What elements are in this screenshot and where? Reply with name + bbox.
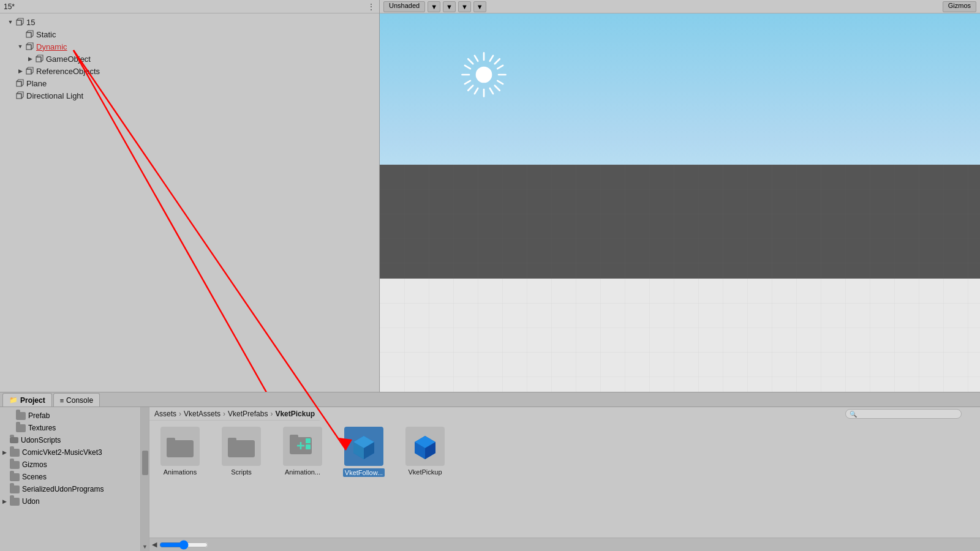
scene-dropdown-2[interactable]: ▼ [443,1,456,12]
breadcrumb-vketprefabs[interactable]: VketPrefabs [228,410,268,418]
scene-dropdown-3[interactable]: ▼ [458,1,471,12]
cube-icon-gameobject [34,54,44,64]
svg-rect-52 [306,444,311,449]
asset-icon-animation-ctrl [283,427,322,466]
project-slider-left[interactable]: ◀ [152,541,157,549]
vket-follow-icon [349,431,379,462]
sidebar-scroll-handle[interactable] [142,451,148,475]
tree-item-static[interactable]: Static [0,28,379,40]
tree-item-root15[interactable]: 15 [0,16,379,28]
tree-arrow-gameobject[interactable] [26,54,34,63]
svg-line-35 [475,56,478,61]
scene-dropdown-1[interactable]: ▼ [428,1,440,12]
tree-arrow-dynamic[interactable] [16,42,24,51]
svg-rect-44 [167,438,175,443]
svg-line-38 [475,88,478,94]
tree-item-directionallight[interactable]: Directional Light [0,89,379,102]
sidebar-item-textures[interactable]: Textures [0,422,140,434]
svg-rect-18 [17,94,21,99]
grid-dark [380,165,980,297]
folder-label-prefab: Prefab [28,411,50,420]
svg-line-33 [465,66,470,69]
asset-vket-pickup[interactable]: VketPickup [401,427,450,476]
project-size-slider[interactable] [159,540,208,550]
hierarchy-tree: 15 Static Dynamic [0,13,379,104]
svg-rect-48 [290,435,298,440]
tree-item-referenceobjects[interactable]: ReferenceObjects [0,65,379,77]
search-icon: 🔍 [850,411,857,418]
sidebar-item-udonscripts[interactable]: UdonScripts [0,434,140,446]
vket-pickup-icon [410,431,440,462]
cube-icon-plane [15,78,24,88]
scene-view-canvas[interactable] [380,13,980,392]
breadcrumb-sep-1: › [179,410,181,418]
shading-button[interactable]: Unshaded [383,1,425,12]
folder-icon-serialized [10,485,20,493]
svg-rect-6 [26,45,31,50]
sidebar-item-udon[interactable]: Udon [0,495,140,508]
sidebar-item-prefab[interactable]: Prefab [0,410,140,422]
folder-arrow-comicvket[interactable] [2,449,10,455]
folder-icon-scripts-large [228,435,255,457]
svg-rect-51 [306,438,311,443]
hierarchy-menu-button[interactable]: ⋮ [367,2,375,12]
sidebar-item-scenes[interactable]: Scenes [0,471,140,483]
asset-animation-ctrl[interactable]: Animation... [278,427,327,476]
tree-label-root15: 15 [26,18,35,27]
animation-ctrl-icon [287,431,318,462]
tree-item-dynamic[interactable]: Dynamic [0,40,379,53]
sidebar-item-gizmos[interactable]: Gizmos [0,459,140,471]
cube-icon-referenceobjects [24,66,34,76]
svg-line-36 [490,88,493,94]
project-tab-icon: 📁 [9,396,18,404]
tree-item-plane[interactable]: Plane [0,77,379,89]
sidebar-item-comicvket[interactable]: ComicVket2-MusicVket3 [0,446,140,459]
tree-label-dynamic: Dynamic [36,42,67,51]
asset-scripts[interactable]: Scripts [217,427,266,476]
folder-icon-comicvket [10,449,20,457]
project-bottom-row: ◀ [149,538,980,551]
svg-rect-24 [380,279,980,392]
folder-label-comicvket: ComicVket2-MusicVket3 [22,448,102,457]
svg-line-29 [468,59,473,64]
asset-label-animation-ctrl: Animation... [285,468,320,476]
folder-icon-textures [16,424,26,432]
sidebar-item-serialized[interactable]: SerializedUdonPrograms [0,483,140,495]
svg-line-37 [490,56,493,61]
folder-label-scenes: Scenes [22,473,47,481]
asset-icon-scripts [222,427,261,466]
asset-label-scripts: Scripts [231,468,252,476]
folder-arrow-udon[interactable] [2,498,10,504]
tree-label-gameobject: GameObject [46,54,91,64]
asset-label-animations: Animations [164,468,197,476]
svg-line-39 [497,66,503,69]
folder-icon-scenes [10,473,20,481]
sidebar-scroll-down[interactable]: ▼ [141,542,149,551]
svg-rect-46 [228,438,236,443]
console-tab-label: Console [66,396,93,405]
svg-line-32 [468,86,473,91]
sidebar-scrollbar[interactable]: ▼ [141,407,149,551]
svg-line-30 [495,86,500,91]
svg-line-31 [495,59,500,64]
tab-project[interactable]: 📁 Project [2,393,52,407]
tab-console[interactable]: ≡ Console [53,393,100,407]
grid-light [380,279,980,392]
tree-arrow-referenceobjects[interactable] [16,67,24,75]
folder-icon-gizmos [10,461,20,469]
asset-animations[interactable]: Animations [156,427,205,476]
breadcrumb-vketassets[interactable]: VketAssets [184,410,221,418]
scene-dropdown-4[interactable]: ▼ [473,1,486,12]
breadcrumb-assets[interactable]: Assets [154,410,176,418]
ground-dark [380,165,980,297]
svg-rect-12 [26,69,31,74]
project-header: Assets › VketAssets › VketPrefabs › Vket… [149,407,980,421]
project-search-box[interactable]: 🔍 [845,409,962,419]
gizmos-button[interactable]: Gizmos [943,1,976,12]
svg-rect-3 [26,32,31,37]
project-content: Prefab Textures UdonScripts ComicVket2-M… [0,407,980,551]
asset-vket-follow[interactable]: VketFollow... [339,427,388,477]
tree-item-gameobject[interactable]: GameObject [0,53,379,65]
tree-arrow-root15[interactable] [6,18,15,26]
cube-icon-dynamic [24,42,34,51]
